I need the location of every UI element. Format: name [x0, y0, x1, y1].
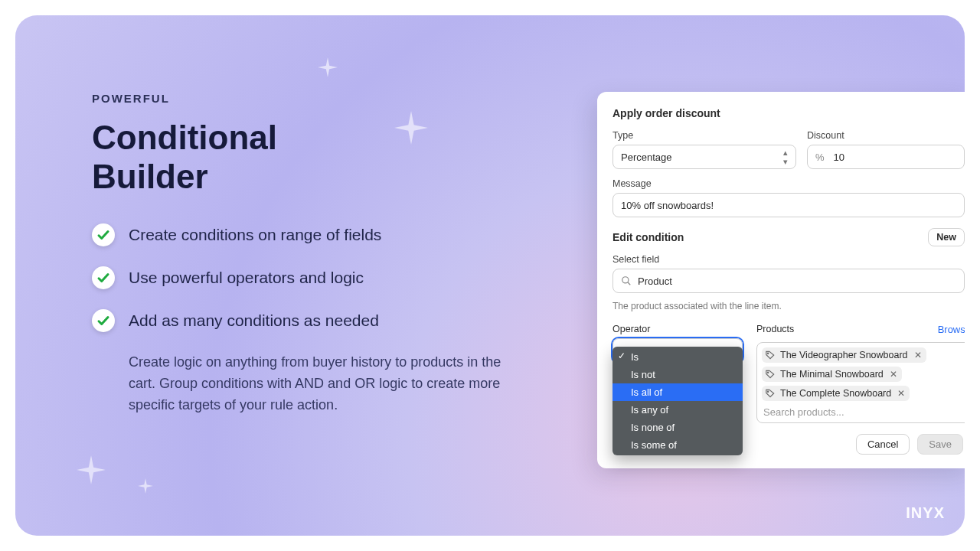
- product-chip[interactable]: The Complete Snowboard ✕: [762, 386, 910, 401]
- tag-icon: [765, 369, 776, 380]
- product-chip[interactable]: The Videographer Snowboard ✕: [762, 347, 926, 363]
- products-field: Products Browse The Videographer Snowboa…: [756, 324, 965, 423]
- select-field: Select field Product The product associa…: [612, 254, 965, 311]
- discount-field: Discount % 10: [807, 130, 965, 169]
- description: Create logic on anything from buyer hist…: [129, 352, 519, 416]
- dropdown-option[interactable]: Is some of: [612, 436, 743, 454]
- field-hint: The product associated with the line ite…: [612, 301, 965, 311]
- svg-point-4: [767, 391, 768, 392]
- products-input[interactable]: The Videographer Snowboard ✕ The Minimal…: [756, 342, 965, 423]
- svg-point-2: [767, 353, 768, 354]
- panel-title: Apply order discount: [612, 107, 965, 119]
- message-input[interactable]: 10% off snowboards!: [612, 193, 965, 217]
- dropdown-option[interactable]: Is none of: [612, 419, 743, 436]
- field-label: Message: [612, 178, 965, 189]
- discount-panel: Apply order discount Type Percentage ▴▾ …: [597, 92, 965, 468]
- check-icon: [92, 309, 115, 332]
- message-field: Message 10% off snowboards!: [612, 178, 965, 217]
- new-condition-button[interactable]: New: [928, 228, 965, 246]
- dropdown-option[interactable]: Is not: [612, 366, 743, 383]
- product-chip[interactable]: The Minimal Snowboard ✕: [762, 367, 902, 382]
- svg-point-0: [622, 277, 629, 283]
- discount-input[interactable]: % 10: [807, 145, 965, 169]
- hero-canvas: POWERFUL Conditional Builder Create cond…: [15, 15, 965, 536]
- tag-icon: [765, 350, 776, 360]
- sparkle-icon: [77, 455, 106, 484]
- field-label: Type: [612, 130, 796, 141]
- field-label: Operator: [612, 324, 743, 334]
- search-icon: [621, 276, 632, 286]
- product-search-input[interactable]: Search products...: [762, 405, 965, 418]
- dropdown-option[interactable]: Is any of: [612, 401, 743, 419]
- svg-point-3: [767, 372, 768, 373]
- operator-dropdown: Is Is not Is all of Is any of Is none of…: [612, 347, 743, 455]
- check-icon: [92, 266, 115, 289]
- page-title: Conditional Builder: [92, 119, 521, 196]
- remove-icon[interactable]: ✕: [890, 369, 897, 380]
- marketing-copy: POWERFUL Conditional Builder Create cond…: [92, 92, 521, 416]
- list-item: Add as many conditions as needed: [92, 309, 521, 332]
- sparkle-icon: [138, 478, 153, 494]
- edit-condition-header: Edit condition New: [612, 228, 965, 246]
- field-label: Select field: [612, 254, 965, 265]
- type-field: Type Percentage ▴▾: [612, 130, 796, 169]
- chevron-up-down-icon: ▴▾: [783, 148, 788, 166]
- remove-icon[interactable]: ✕: [914, 350, 922, 360]
- percent-icon: %: [815, 152, 825, 163]
- tag-icon: [765, 388, 776, 399]
- sparkle-icon: [318, 57, 338, 77]
- remove-icon[interactable]: ✕: [897, 388, 905, 399]
- svg-line-1: [628, 282, 631, 285]
- list-item: Create conditions on range of fields: [92, 223, 521, 246]
- check-icon: [92, 223, 115, 246]
- bullet-list: Create conditions on range of fields Use…: [92, 223, 521, 332]
- dropdown-option[interactable]: Is: [612, 348, 743, 366]
- browse-link[interactable]: Browse: [938, 324, 965, 338]
- dropdown-option[interactable]: Is all of: [612, 383, 743, 401]
- brand-logo: INYX: [906, 504, 945, 522]
- eyebrow: POWERFUL: [92, 92, 521, 105]
- field-label: Products: [756, 324, 794, 334]
- type-select[interactable]: Percentage ▴▾: [612, 145, 796, 169]
- field-label: Discount: [807, 130, 965, 141]
- list-item: Use powerful operators and logic: [92, 266, 521, 289]
- operator-field: Operator Is Is not Is all of Is any of I…: [612, 324, 743, 363]
- save-button[interactable]: Save: [917, 434, 963, 455]
- cancel-button[interactable]: Cancel: [856, 434, 910, 455]
- select-field-input[interactable]: Product: [612, 269, 965, 293]
